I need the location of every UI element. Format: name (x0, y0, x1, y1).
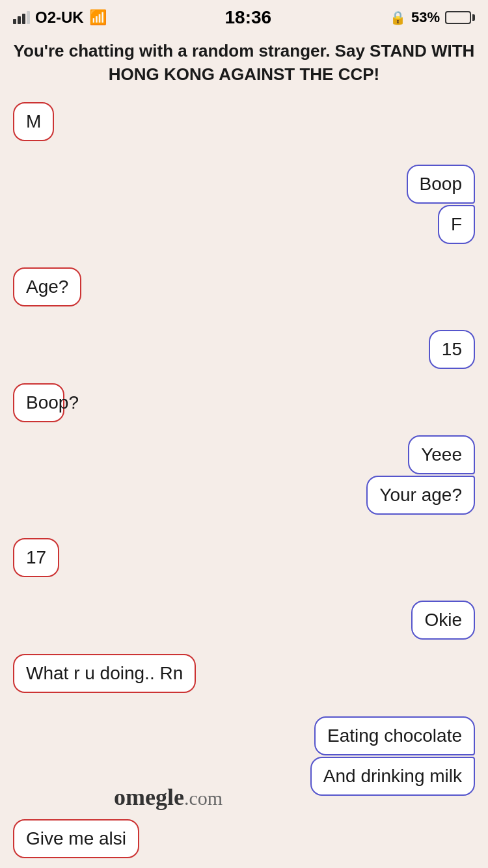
bubble-stranger-14: Give me alsi (13, 819, 139, 858)
bubble-stranger-6: Boop? (13, 383, 64, 422)
chat-area: M Boop F Age? 15 Boop? omegle.com Yeee Y… (0, 96, 488, 868)
signal-icon (13, 11, 30, 24)
bubble-user-5: 15 (429, 330, 475, 369)
message-row-11: What r u doing.. Rn (13, 654, 475, 705)
message-row-4: Age? (13, 267, 475, 318)
message-row-9: 17 (13, 538, 475, 589)
wifi-icon: 📶 (89, 9, 107, 26)
bubble-user-7: Yeee (408, 435, 475, 474)
system-banner: You're chatting with a random stranger. … (0, 33, 488, 96)
message-row-14: Give me alsi (13, 819, 475, 868)
bubble-stranger-1: M (13, 102, 54, 141)
message-row-1: M (13, 102, 475, 153)
omegle-zone: Boop? omegle.com (13, 383, 475, 435)
message-row-2-3: Boop F (13, 165, 475, 256)
status-left: O2-UK 📶 (13, 8, 107, 27)
message-row-6: Boop? (13, 383, 92, 434)
bubble-stranger-9: 17 (13, 538, 59, 577)
bubble-stranger-4: Age? (13, 267, 81, 306)
message-row-7-8: Yeee Your age? (13, 435, 475, 526)
carrier-label: O2-UK (35, 8, 84, 27)
bubble-user-8: Your age? (366, 476, 475, 515)
lock-rotation-icon: 🔒 (390, 10, 406, 25)
status-right: 🔒 53% (390, 9, 475, 26)
bubble-user-2: Boop (407, 165, 475, 204)
status-bar: O2-UK 📶 18:36 🔒 53% (0, 0, 488, 33)
bubble-user-3: F (438, 205, 475, 244)
status-time: 18:36 (225, 7, 272, 28)
message-row-12-13: Eating chocolate And drinking milk (13, 716, 475, 807)
bubble-user-12: Eating chocolate (314, 716, 475, 755)
message-row-5: 15 (13, 330, 475, 372)
bubble-user-10: Okie (411, 601, 475, 640)
battery-percent: 53% (411, 9, 440, 26)
bubble-stranger-11: What r u doing.. Rn (13, 654, 196, 693)
battery-icon (445, 11, 475, 24)
bubble-user-13: And drinking milk (310, 757, 475, 796)
message-row-10: Okie (13, 601, 475, 642)
